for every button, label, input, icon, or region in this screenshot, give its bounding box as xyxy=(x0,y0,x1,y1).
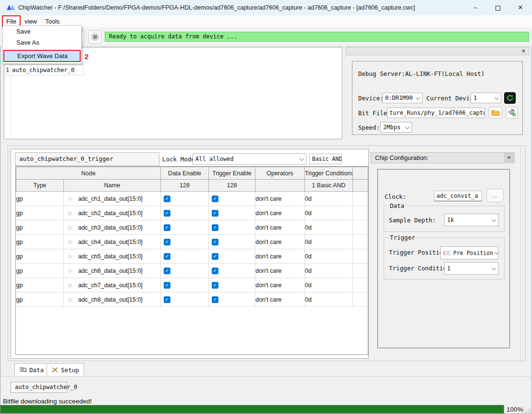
trigger-enable-checkbox[interactable]: ✓ xyxy=(212,224,218,231)
device-select[interactable]: 0:DR1M90 xyxy=(382,93,423,103)
device-panel-close-icon[interactable]: ✕ xyxy=(521,48,526,55)
subheader-type[interactable]: Type xyxy=(16,180,64,192)
cell-operator[interactable]: don't care xyxy=(255,264,305,278)
header-node[interactable]: Node xyxy=(16,167,161,180)
trigger-enable-checkbox[interactable]: ✓ xyxy=(212,268,218,274)
cell-operator[interactable]: don't care xyxy=(255,206,305,220)
data-enable-checkbox[interactable]: ✓ xyxy=(164,195,170,202)
menu-tools[interactable]: Tools xyxy=(42,16,63,26)
expand-arrow-icon[interactable]: ▷ xyxy=(69,268,73,273)
table-row[interactable]: gp▷adc_ch1_data_out[15:0]✓✓don't care0d xyxy=(16,192,368,206)
list-item[interactable]: 1 auto_chipwatcher_0 xyxy=(4,64,84,75)
data-enable-checkbox[interactable]: ✓ xyxy=(164,282,170,289)
cell-name[interactable]: ▷adc_ch1_data_out[15:0] xyxy=(64,192,161,206)
header-trigger-conditions[interactable]: Trigger Conditions xyxy=(305,167,353,180)
trigger-position-select[interactable]: Pre Position xyxy=(440,246,498,259)
stop-button[interactable] xyxy=(88,30,102,44)
clock-field[interactable]: adc_convst_a xyxy=(434,191,482,201)
expand-arrow-icon[interactable]: ▷ xyxy=(69,297,73,302)
data-enable-checkbox[interactable]: ✓ xyxy=(164,210,170,217)
table-row[interactable]: gp▷adc_ch3_data_out[15:0]✓✓don't care0d xyxy=(16,220,368,235)
trigger-enable-checkbox[interactable]: ✓ xyxy=(212,282,218,289)
expand-arrow-icon[interactable]: ▷ xyxy=(69,225,73,230)
clock-browse-button[interactable]: ... xyxy=(486,189,504,202)
trigger-enable-checkbox[interactable]: ✓ xyxy=(212,210,218,217)
menu-view[interactable]: view xyxy=(21,16,40,26)
cell-name[interactable]: ▷adc_ch2_data_out[15:0] xyxy=(64,206,161,220)
chip-config-panel: Chip Configuration: ✕ Clock: adc_convst_… xyxy=(371,152,515,354)
subheader-name[interactable]: Name xyxy=(64,180,161,192)
resize-grip-icon[interactable] xyxy=(530,412,531,413)
table-row[interactable]: gp▷adc_ch6_data_out[15:0]✓✓don't care0d xyxy=(16,264,368,278)
data-enable-checkbox[interactable]: ✓ xyxy=(164,239,170,245)
trigger-enable-checkbox[interactable]: ✓ xyxy=(212,239,218,245)
document-tab[interactable]: auto_chipwatcher_0 xyxy=(11,382,67,393)
close-button[interactable]: ✕ xyxy=(509,0,532,15)
expand-arrow-icon[interactable]: ▷ xyxy=(69,210,73,216)
cell-name[interactable]: ▷adc_ch3_data_out[15:0] xyxy=(64,220,161,235)
cell-name[interactable]: ▷adc_ch7_data_out[15:0] xyxy=(64,278,161,292)
cell-condition[interactable]: 0d xyxy=(305,206,353,220)
signal-name: adc_ch8_data_out[15:0] xyxy=(78,296,143,303)
data-enable-checkbox[interactable]: ✓ xyxy=(164,268,170,274)
trigger-conditions-select[interactable]: 1 xyxy=(444,262,498,275)
table-row[interactable]: gp▷adc_ch8_data_out[15:0]✓✓don't care0d xyxy=(16,292,368,307)
table-row[interactable]: gp▷adc_ch2_data_out[15:0]✓✓don't care0d xyxy=(16,206,368,220)
trigger-enable-checkbox[interactable]: ✓ xyxy=(212,296,218,303)
cell-operator[interactable]: don't care xyxy=(255,192,305,206)
minimize-button[interactable]: – xyxy=(464,0,486,15)
header-trigger-enable[interactable]: Trigger Enable xyxy=(209,167,255,180)
cell-operator[interactable]: don't care xyxy=(255,249,305,264)
maximize-button[interactable] xyxy=(487,0,509,15)
menu-file[interactable]: File xyxy=(3,16,20,26)
data-group: Data Sample Depth: 1k xyxy=(384,206,505,232)
expand-arrow-icon[interactable]: ▷ xyxy=(69,239,73,244)
table-row[interactable]: gp▷adc_ch7_data_out[15:0]✓✓don't care0d xyxy=(16,278,368,292)
expand-arrow-icon[interactable]: ▷ xyxy=(69,254,73,259)
refresh-devices-button[interactable] xyxy=(504,92,516,104)
cell-condition[interactable]: 0d xyxy=(305,192,353,206)
current-device-select[interactable]: 1 xyxy=(471,93,501,103)
cell-operator[interactable]: don't care xyxy=(255,292,305,307)
program-device-button[interactable] xyxy=(506,107,518,119)
cell-operator[interactable]: don't care xyxy=(255,235,305,249)
cell-condition[interactable]: 0d xyxy=(305,235,353,249)
cell-operator[interactable]: don't care xyxy=(255,220,305,235)
cell-name[interactable]: ▷adc_ch5_data_out[15:0] xyxy=(64,249,161,264)
speed-select[interactable]: 2Mbps xyxy=(380,122,412,133)
sample-depth-select[interactable]: 1k xyxy=(444,214,498,226)
cell-name[interactable]: ▷adc_ch6_data_out[15:0] xyxy=(64,264,161,278)
cell-name[interactable]: ▷adc_ch8_data_out[15:0] xyxy=(64,292,161,307)
header-operators[interactable]: Operators xyxy=(255,167,305,180)
menu-item-save-as[interactable]: Save As xyxy=(3,37,81,48)
bit-file-field[interactable]: ture_Runs/phy_1/ad7606_capture.bit xyxy=(387,108,485,118)
lock-mode-select[interactable]: All allowed xyxy=(193,153,306,165)
data-enable-checkbox[interactable]: ✓ xyxy=(164,224,170,231)
cell-condition[interactable]: 0d xyxy=(305,220,353,235)
menu-item-save[interactable]: Save xyxy=(3,26,81,37)
table-row[interactable]: gp▷adc_ch5_data_out[15:0]✓✓don't care0d xyxy=(16,249,368,264)
cell-condition[interactable]: 0d xyxy=(305,249,353,264)
browse-bitfile-button[interactable] xyxy=(489,107,502,119)
trigger-enable-checkbox[interactable]: ✓ xyxy=(212,253,218,260)
cell-operator[interactable]: don't care xyxy=(255,278,305,292)
expand-arrow-icon[interactable]: ▷ xyxy=(69,196,73,201)
data-enable-checkbox[interactable]: ✓ xyxy=(164,296,170,303)
menu-item-export-wave-data[interactable]: Export Wave Data xyxy=(4,50,80,61)
table-row[interactable]: gp▷adc_ch4_data_out[15:0]✓✓don't care0d xyxy=(16,235,368,249)
window-title: ChipWatcher - F:/SharedFolders/Demo/FPGA… xyxy=(18,0,415,15)
tab-data[interactable]: Data xyxy=(14,363,48,376)
cell-condition[interactable]: 0d xyxy=(305,264,353,278)
cell-name[interactable]: ▷adc_ch4_data_out[15:0] xyxy=(64,235,161,249)
tab-setup[interactable]: Setup xyxy=(47,363,84,376)
trigger-enable-checkbox[interactable]: ✓ xyxy=(212,195,218,202)
trigger-tab[interactable]: auto_chipwatcher_0_trigger xyxy=(15,152,159,166)
logic-mode-select[interactable]: Basic AND xyxy=(309,154,342,164)
list-row-name[interactable]: auto_chipwatcher_0 xyxy=(11,65,74,75)
expand-arrow-icon[interactable]: ▷ xyxy=(69,282,73,288)
data-enable-checkbox[interactable]: ✓ xyxy=(164,253,170,260)
header-data-enable[interactable]: Data Enable xyxy=(161,167,209,180)
chip-config-close-icon[interactable]: ✕ xyxy=(505,153,513,162)
cell-condition[interactable]: 0d xyxy=(305,278,353,292)
cell-condition[interactable]: 0d xyxy=(305,292,353,307)
